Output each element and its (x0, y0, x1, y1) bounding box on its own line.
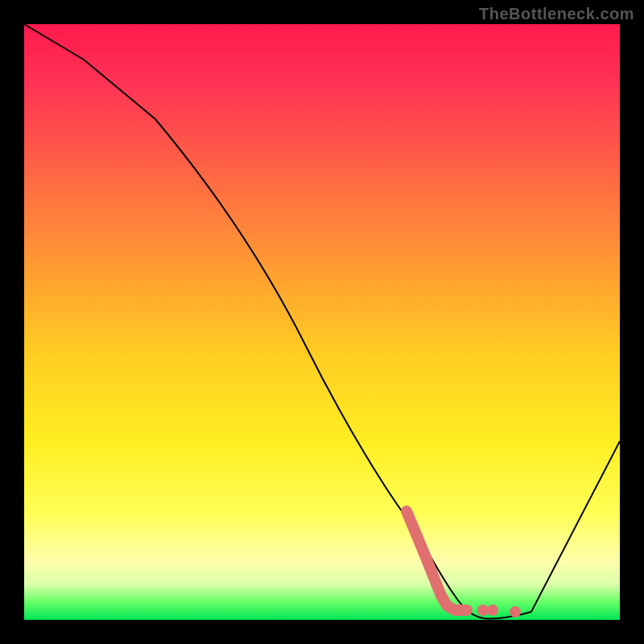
watermark-text: TheBottleneck.com (479, 5, 634, 23)
highlight-dot (487, 605, 498, 616)
chart-svg (24, 24, 620, 620)
bottleneck-curve (24, 24, 620, 619)
highlight-stroke (407, 511, 467, 610)
plot-area (24, 24, 620, 620)
highlight-dot (510, 606, 521, 617)
highlight-dot (477, 605, 489, 616)
